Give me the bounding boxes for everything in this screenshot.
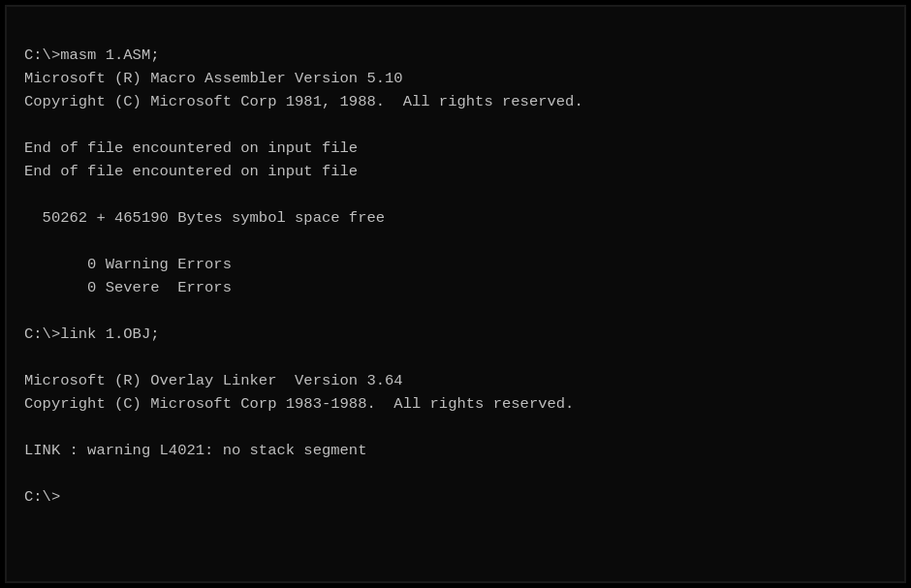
empty-line [24, 299, 887, 323]
terminal-line: Microsoft (R) Overlay Linker Version 3.6… [24, 369, 887, 392]
empty-line [24, 113, 887, 137]
terminal-line: C:\>masm 1.ASM; [24, 44, 887, 67]
empty-line [24, 183, 887, 206]
terminal-line: End of file encountered on input file [24, 160, 887, 183]
empty-line [24, 230, 887, 253]
terminal-window: C:\>masm 1.ASM;Microsoft (R) Macro Assem… [5, 5, 906, 583]
terminal-line: C:\>link 1.OBJ; [24, 323, 887, 346]
empty-line [24, 346, 887, 369]
terminal-line: End of file encountered on input file [24, 137, 887, 160]
terminal-line: Microsoft (R) Macro Assembler Version 5.… [24, 67, 887, 90]
terminal-line: 0 Warning Errors [24, 253, 887, 276]
empty-line [24, 416, 887, 439]
terminal-line: 0 Severe Errors [24, 276, 887, 299]
empty-line [24, 462, 887, 485]
terminal-line: LINK : warning L4021: no stack segment [24, 439, 887, 462]
terminal-line: Copyright (C) Microsoft Corp 1981, 1988.… [24, 90, 887, 113]
terminal-line: 50262 + 465190 Bytes symbol space free [24, 206, 887, 230]
terminal-line: Copyright (C) Microsoft Corp 1983-1988. … [24, 392, 887, 416]
terminal-line: C:\> [24, 485, 887, 509]
